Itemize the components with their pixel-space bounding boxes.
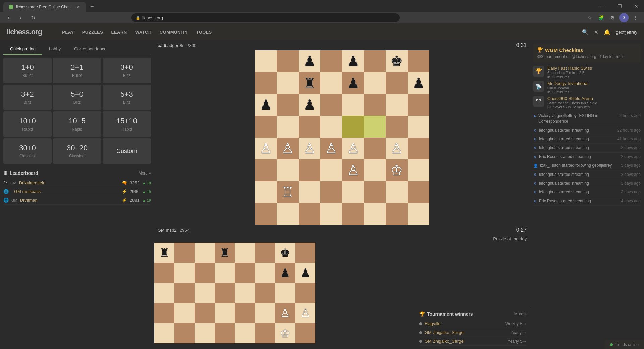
board-square[interactable] bbox=[342, 116, 364, 138]
player-name[interactable]: DrNykterstein bbox=[19, 180, 119, 185]
board-square[interactable] bbox=[386, 116, 408, 138]
time-cell-blitz-3[interactable]: 5+0 Blitz bbox=[53, 85, 101, 110]
board-square[interactable]: ♔ bbox=[386, 159, 408, 181]
nav-watch[interactable]: WATCH bbox=[135, 30, 152, 35]
close-icon[interactable]: ✕ bbox=[594, 29, 598, 35]
friends-bar[interactable]: friends online bbox=[605, 340, 644, 349]
mini-board-square[interactable] bbox=[255, 243, 275, 263]
board-square[interactable] bbox=[255, 203, 277, 225]
board-square[interactable] bbox=[277, 203, 299, 225]
board-square[interactable]: ♟ bbox=[299, 94, 320, 116]
board-square[interactable]: ♖ bbox=[277, 181, 299, 203]
mini-board-square[interactable] bbox=[295, 323, 315, 343]
nav-play[interactable]: PLAY bbox=[62, 30, 74, 35]
board-square[interactable]: ♚ bbox=[386, 50, 408, 72]
url-bar[interactable]: 🔒 lichess.org bbox=[131, 13, 400, 22]
board-square[interactable] bbox=[320, 116, 342, 138]
board-square[interactable] bbox=[342, 181, 364, 203]
board-square[interactable]: ♙ bbox=[277, 138, 299, 159]
featured-tournament[interactable]: 🏆 WGM Checkitas $$$ tournament on @Liche… bbox=[533, 44, 641, 62]
tab-close-button[interactable]: ✕ bbox=[75, 4, 80, 10]
board-square[interactable] bbox=[277, 116, 299, 138]
board-square[interactable]: ♙ bbox=[342, 138, 364, 159]
tab-correspondence[interactable]: Correspondence bbox=[67, 44, 113, 55]
time-cell-bullet-1[interactable]: 1+0 Bullet bbox=[3, 58, 52, 83]
mini-board-square[interactable] bbox=[235, 263, 255, 283]
board-square[interactable] bbox=[299, 181, 320, 203]
mini-board-square[interactable] bbox=[255, 283, 275, 303]
mini-board-square[interactable] bbox=[195, 283, 215, 303]
active-tab[interactable]: lichess.org • Free Online Chess ✕ bbox=[3, 2, 86, 12]
mini-board-square[interactable]: ♜ bbox=[154, 243, 174, 263]
board-square[interactable] bbox=[255, 50, 277, 72]
board-square[interactable] bbox=[408, 94, 429, 116]
board-square[interactable] bbox=[299, 116, 320, 138]
tab-quick-pairing[interactable]: Quick pairing bbox=[3, 44, 42, 55]
winner-name[interactable]: Flagville bbox=[425, 321, 505, 326]
maximize-button[interactable]: ❐ bbox=[612, 1, 627, 12]
board-square[interactable] bbox=[255, 116, 277, 138]
time-cell-rapid-3[interactable]: 15+10 Rapid bbox=[103, 111, 151, 137]
board-square[interactable] bbox=[408, 159, 429, 181]
board-square[interactable] bbox=[386, 181, 408, 203]
mini-board-square[interactable] bbox=[154, 323, 174, 343]
menu-button[interactable]: ⋮ bbox=[631, 13, 640, 22]
search-icon[interactable]: 🔍 bbox=[582, 29, 589, 35]
mini-board-square[interactable]: ♟ bbox=[275, 263, 295, 283]
mini-board-square[interactable] bbox=[174, 303, 195, 323]
board-square[interactable] bbox=[364, 203, 386, 225]
player-name[interactable]: GM muisback bbox=[14, 189, 119, 194]
mini-board-square[interactable] bbox=[235, 243, 255, 263]
board-square[interactable]: ♟ bbox=[299, 50, 320, 72]
leaderboard-more[interactable]: More » bbox=[139, 171, 151, 176]
nav-community[interactable]: COMMUNITY bbox=[160, 30, 188, 35]
mini-board-square[interactable]: ♚ bbox=[275, 243, 295, 263]
mini-board-square[interactable] bbox=[154, 283, 174, 303]
mini-board-square[interactable] bbox=[195, 243, 215, 263]
winner-name[interactable]: GM Zhigalko_Sergei bbox=[425, 339, 508, 344]
board-square[interactable]: ♟ bbox=[255, 94, 277, 116]
winner-name[interactable]: GM Zhigalko_Sergei bbox=[425, 330, 511, 335]
notification-icon[interactable]: 🔔 bbox=[604, 29, 610, 35]
mini-board-square[interactable] bbox=[215, 263, 235, 283]
board-square[interactable] bbox=[408, 116, 429, 138]
username[interactable]: geoffjeffrey bbox=[616, 30, 637, 35]
board-square[interactable]: ♙ bbox=[299, 138, 320, 159]
new-tab-button[interactable]: + bbox=[87, 2, 97, 11]
board-square[interactable] bbox=[364, 138, 386, 159]
extension2-button[interactable]: ⚙ bbox=[608, 13, 617, 22]
board-square[interactable] bbox=[364, 72, 386, 94]
board-square[interactable] bbox=[386, 94, 408, 116]
mini-board-square[interactable]: ♙ bbox=[275, 303, 295, 323]
board-square[interactable] bbox=[320, 50, 342, 72]
board-square[interactable] bbox=[364, 50, 386, 72]
board-square[interactable]: ♙ bbox=[342, 159, 364, 181]
time-cell-classical-2[interactable]: 30+20 Classical bbox=[53, 138, 101, 164]
mini-board-square[interactable] bbox=[215, 283, 235, 303]
nav-puzzles[interactable]: PUZZLES bbox=[82, 30, 103, 35]
board-square[interactable] bbox=[277, 72, 299, 94]
board-square[interactable]: ♟ bbox=[408, 72, 429, 94]
board-square[interactable]: ♙ bbox=[255, 138, 277, 159]
mini-board-square[interactable] bbox=[174, 243, 195, 263]
mini-board-square[interactable] bbox=[174, 263, 195, 283]
tab-lobby[interactable]: Lobby bbox=[42, 44, 67, 55]
tournament-winners-more[interactable]: More » bbox=[514, 312, 527, 316]
mini-board-square[interactable]: ♙ bbox=[295, 303, 315, 323]
mini-board-square[interactable] bbox=[195, 263, 215, 283]
extension-button[interactable]: 🧩 bbox=[596, 13, 606, 22]
board-square[interactable] bbox=[255, 159, 277, 181]
board-square[interactable]: ♟ bbox=[342, 72, 364, 94]
mini-board-square[interactable] bbox=[174, 323, 195, 343]
mini-board-square[interactable] bbox=[295, 283, 315, 303]
bookmark-button[interactable]: ☆ bbox=[585, 13, 594, 22]
board-square[interactable] bbox=[364, 159, 386, 181]
mini-board-square[interactable] bbox=[255, 303, 275, 323]
board-square[interactable] bbox=[408, 138, 429, 159]
mini-board-square[interactable] bbox=[275, 283, 295, 303]
mini-board-square[interactable] bbox=[215, 303, 235, 323]
board-square[interactable] bbox=[386, 72, 408, 94]
board-square[interactable] bbox=[277, 94, 299, 116]
time-cell-rapid-2[interactable]: 10+5 Rapid bbox=[53, 111, 101, 137]
board-square[interactable] bbox=[364, 94, 386, 116]
